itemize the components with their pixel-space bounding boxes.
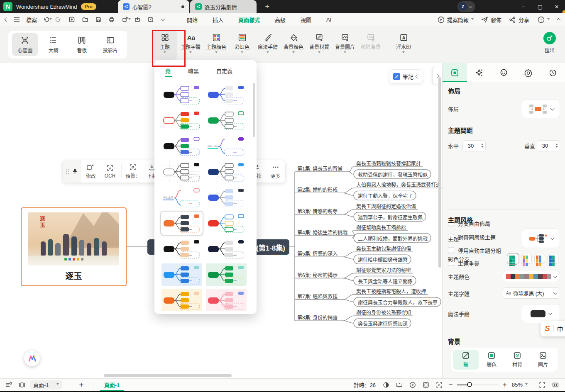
mode-button-大綱[interactable]: 大綱 (41, 33, 66, 56)
publish-button[interactable]: 發佈 (491, 16, 501, 24)
menu-tab-高級[interactable]: 高級 (274, 14, 286, 26)
menu-tab-AI[interactable]: AI (325, 15, 332, 25)
help-icon[interactable]: ? (538, 16, 545, 23)
tab-clipart[interactable] (516, 63, 541, 82)
theme-thumbnail-17[interactable] (160, 288, 203, 311)
zoom-slider[interactable] (457, 385, 499, 385)
ribbon-button-主題顏色[interactable]: 主題顏色 (204, 30, 228, 60)
zoom-dropdown-icon[interactable] (525, 383, 528, 386)
theme-thumbnail-5[interactable] (160, 134, 203, 158)
tab-stickers[interactable] (492, 63, 516, 82)
tab-history[interactable] (541, 63, 565, 82)
ribbon-button-背景顏色[interactable]: 背景顏色 (281, 30, 306, 60)
mode-button-投影片[interactable]: 投影片 (98, 33, 123, 56)
episode-title[interactable]: 第2集: 婚約的形成 (297, 186, 338, 193)
episode-title[interactable]: 第8集: 身份的揭露 (297, 314, 338, 321)
theme-thumbnail-12[interactable] (205, 211, 248, 236)
branch-color-swatch-2[interactable] (521, 254, 532, 264)
close-button[interactable]: ✕ (548, 4, 565, 10)
theme-font-dropdown[interactable]: Aa 微软雅黑 (大) (503, 287, 560, 299)
zoom-in-button[interactable]: + (503, 381, 507, 389)
theme-thumbnail-6[interactable]: Main idea (205, 134, 248, 158)
import-icon[interactable] (134, 16, 141, 23)
page-selector[interactable]: 頁面-1 (30, 380, 62, 390)
present-button[interactable]: 提案簡報 (447, 16, 469, 24)
episode-item[interactable]: 謝征暗中贖回樊母銀簪 (358, 256, 408, 263)
open-folder-icon[interactable] (82, 16, 88, 23)
vertical-scrollbar[interactable] (438, 77, 441, 268)
ribbon-button-浮水印[interactable]: A浮水印 (391, 30, 416, 60)
theme-panel-scrollbar[interactable] (253, 83, 255, 137)
save-icon[interactable] (95, 16, 102, 23)
redo-icon[interactable] (55, 16, 62, 23)
back-icon[interactable] (5, 17, 9, 22)
branch-color-swatch-1[interactable] (508, 254, 519, 264)
pages-icon[interactable] (396, 381, 403, 389)
ribbon-button-魔法手繪[interactable]: 魔法手繪 (256, 30, 280, 60)
collapse-toolbar-icon[interactable] (161, 17, 165, 21)
theme-thumbnail-1[interactable] (160, 82, 203, 107)
theme-tab-暗黑[interactable]: 暗黑 (188, 67, 199, 79)
episode-title[interactable]: 第3集: 情感的萌芽 (297, 207, 338, 214)
theme-thumbnail-2[interactable] (205, 82, 248, 107)
episode-item[interactable]: 謝征主動入贅，保全宅子 (358, 192, 413, 199)
theme-thumbnail-9[interactable]: 中心主題 (160, 185, 203, 210)
theme-tab-自定義[interactable]: 自定義 (216, 67, 232, 79)
branch-color-swatch-4[interactable] (548, 254, 558, 264)
theme-thumbnail-4[interactable] (205, 108, 248, 133)
episode-item[interactable]: 樊長玉與謝征約定婚後治傷 (356, 202, 416, 209)
branch-color-swatch-3[interactable] (534, 254, 545, 264)
vertical-spacing-stepper[interactable]: 30 (537, 140, 560, 151)
undo-icon[interactable] (43, 16, 49, 23)
expand-icon[interactable] (435, 381, 443, 389)
episode-item[interactable]: 謝征與長玉合力擊殺敵人，救下長寧 (358, 298, 438, 305)
new-document-icon[interactable] (68, 16, 75, 23)
episode-item[interactable]: 謝征的身份被公孫鄞得知 (356, 309, 411, 316)
episode-item[interactable]: 樊長玉與謝征情感加深 (358, 320, 408, 327)
share-button[interactable]: 分享 (519, 16, 529, 24)
tab-layout[interactable] (443, 63, 467, 82)
zoom-out-button[interactable]: − (449, 381, 453, 389)
background-option-顏色[interactable]: 顏色 (479, 350, 504, 370)
theme-thumbnail-3[interactable] (160, 108, 203, 133)
account-menu[interactable]: Z (457, 1, 475, 12)
mode-button-看板[interactable]: 看板 (69, 33, 95, 56)
episode-item[interactable]: 長玉與金鋙等人建立關係 (358, 277, 413, 284)
pin-icon[interactable] (72, 168, 78, 175)
menu-tab-開始[interactable]: 開始 (186, 14, 198, 26)
episode-title[interactable]: 第1集: 樊長玉的背景 (297, 165, 342, 172)
ribbon-button-背景圖片[interactable]: 背景圖片 (333, 30, 357, 60)
ribbon-button-主題字體[interactable]: Aa主題字體 (179, 30, 203, 60)
export-button[interactable]: 匯出 (538, 32, 561, 54)
layout-dropdown[interactable] (522, 100, 560, 118)
theme-style-dropdown[interactable] (522, 229, 560, 248)
episode-item[interactable]: 樊長玉憑藉殺豬技藝撐起家計 (356, 160, 421, 167)
episode-item[interactable]: 二人順利成婚，面對外界的挑戰 (358, 234, 428, 241)
episode-item[interactable]: 謝征察覺樊家刀法的秘密 (356, 266, 411, 273)
stepper-arrows-icon[interactable] (479, 141, 485, 151)
episode-item[interactable]: 大伯與惡人搶地契，樊長玉憑武藝打退 (356, 181, 441, 188)
ribbon-button-背景材質[interactable]: 背景材質 (307, 30, 331, 60)
add-page-button[interactable]: + (73, 380, 90, 390)
theme-colors-dropdown[interactable] (503, 271, 560, 282)
document-tab-inactive[interactable]: 逐玉分集劇情 (190, 0, 257, 13)
ribbon-button-彩虹色[interactable]: 彩虹色 (230, 30, 254, 60)
drag-handle-icon[interactable] (66, 169, 69, 174)
tab-ai-effects[interactable] (467, 63, 492, 82)
horizontal-scrollbar[interactable] (104, 374, 232, 377)
stepper-arrows-icon[interactable] (553, 141, 560, 151)
undo-dropdown-icon[interactable] (49, 18, 52, 21)
hamburger-icon[interactable] (14, 17, 20, 22)
zoom-slider-knob[interactable] (467, 382, 472, 387)
collapse-ribbon-icon[interactable] (557, 18, 561, 22)
theme-thumbnail-11[interactable] (160, 211, 203, 236)
topic-node-poster[interactable]: 逐玉 逐玉 (21, 207, 127, 286)
ribbon-button-主題[interactable]: 主題 (153, 30, 177, 60)
theme-thumbnail-10[interactable] (205, 185, 248, 210)
toolbar-item-更多[interactable]: 更多 (266, 160, 285, 183)
episode-title[interactable]: 第5集: 情感的深入 (297, 250, 338, 257)
theme-thumbnail-8[interactable] (205, 159, 248, 184)
fullscreen-icon[interactable] (538, 381, 546, 389)
toolbar-drag-area[interactable] (63, 160, 81, 183)
page-view-icon[interactable] (18, 381, 26, 389)
